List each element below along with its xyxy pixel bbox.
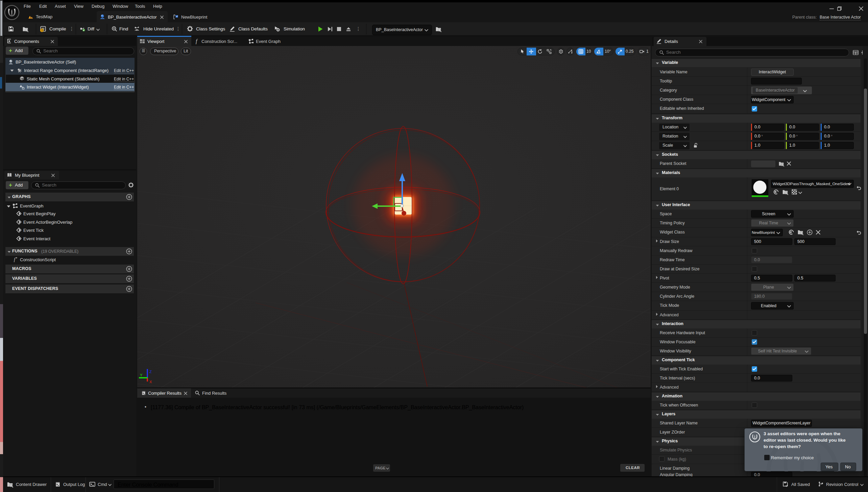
svg-text:Z: Z [149,370,152,374]
svg-text:X: X [149,380,152,384]
svg-text:Y: Y [140,373,143,377]
svg-text:?: ? [41,29,43,32]
svg-text:f: f [196,38,198,44]
